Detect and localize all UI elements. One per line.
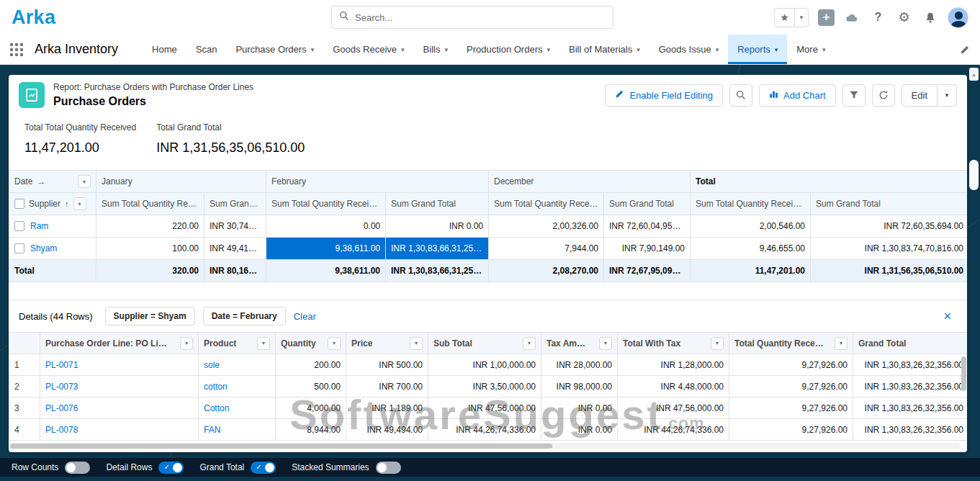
pivot-total-cell[interactable]: 11,47,201.00 [691, 260, 811, 282]
scroll-up-arrow-icon[interactable]: ▲ [969, 68, 979, 81]
chevron-down-icon[interactable]: ▾ [547, 46, 550, 53]
chevron-down-icon[interactable]: ▾ [775, 46, 778, 53]
column-header-total-with-tax[interactable]: Total With Tax▾ [618, 333, 729, 354]
column-header-sub-total[interactable]: Sub Total▾ [428, 333, 541, 354]
pivot-cell[interactable]: 220.00 [96, 215, 204, 238]
tab-reports[interactable]: Reports▾ [728, 35, 787, 64]
filter-chip-date[interactable]: Date = February [203, 307, 286, 325]
edit-dropdown-icon[interactable]: ▾ [938, 84, 957, 107]
pivot-cell[interactable]: INR 0.00 [386, 215, 489, 238]
search-report-button[interactable] [729, 84, 752, 107]
pivot-cell[interactable]: 100.00 [96, 238, 204, 260]
date-header-dropdown-icon[interactable]: ▾ [78, 175, 91, 188]
po-line-link[interactable]: PL-0078 [45, 425, 78, 435]
search-box[interactable] [331, 6, 613, 29]
pivot-cell[interactable]: INR 7,90,149.00 [604, 238, 691, 260]
pivot-total-cell[interactable]: 2,08,270.00 [489, 260, 604, 282]
tab-home[interactable]: Home [143, 35, 186, 64]
grand-total-toggle[interactable] [251, 462, 276, 474]
column-dropdown-icon[interactable]: ▾ [410, 337, 423, 350]
filter-chip-supplier[interactable]: Supplier = Shyam [105, 307, 195, 325]
po-line-link[interactable]: PL-0076 [45, 403, 78, 413]
details-horizontal-scrollbar[interactable] [9, 443, 960, 449]
tab-goods-issue[interactable]: Goods Issue▾ [649, 35, 729, 64]
setup-gear-icon[interactable]: ⚙ [896, 9, 912, 26]
select-all-checkbox[interactable] [14, 199, 24, 209]
column-header-product[interactable]: Product▾ [199, 333, 276, 354]
details-vertical-scrollbar[interactable] [961, 356, 966, 391]
date-column-header[interactable]: Date → ▾ [9, 171, 96, 193]
row-checkbox[interactable] [14, 221, 24, 231]
row-counts-toggle[interactable] [65, 462, 90, 474]
page-vertical-scrollbar[interactable] [969, 160, 979, 190]
pivot-total-cell[interactable]: INR 1,31,56,35,06,510.00 [811, 260, 967, 282]
pivot-cell[interactable]: 2,00,546.00 [691, 215, 811, 238]
detail-rows-toggle[interactable] [158, 462, 184, 474]
column-header-total-quantity-received[interactable]: Total Quantity Received▾ [729, 333, 853, 354]
cloud-upload-icon[interactable] [844, 9, 860, 26]
favorite-star-icon[interactable]: ★ [775, 9, 794, 27]
app-launcher-icon[interactable] [10, 43, 23, 56]
column-header-price[interactable]: Price▾ [346, 333, 428, 354]
edit-navigation-pencil-icon[interactable] [960, 35, 970, 64]
product-link[interactable]: Cotton [204, 403, 229, 413]
column-dropdown-icon[interactable]: ▾ [599, 337, 612, 350]
pivot-cell[interactable]: INR 72,60,04,950.00 [604, 215, 691, 238]
filter-button[interactable] [842, 84, 866, 107]
chevron-down-icon[interactable]: ▾ [311, 46, 315, 53]
pivot-cell[interactable]: 0.00 [266, 215, 386, 238]
supplier-column-header[interactable]: Supplier ↑ ▾ [9, 193, 96, 215]
refresh-button[interactable] [872, 84, 895, 107]
column-header-tax-amount[interactable]: Tax Amount▾ [541, 333, 618, 354]
stacked-summaries-toggle[interactable] [376, 462, 401, 474]
supplier-header-dropdown-icon[interactable]: ▾ [73, 197, 86, 210]
column-header-quantity[interactable]: Quantity▾ [276, 333, 346, 354]
pivot-total-cell[interactable]: INR 1,30,83,66,31,251.00 [386, 260, 489, 282]
column-header-po-line[interactable]: Purchase Order Line: PO Line No.▾ [40, 333, 199, 354]
tab-goods-receive[interactable]: Goods Receive▾ [323, 35, 413, 64]
clear-filters-link[interactable]: Clear [294, 311, 316, 322]
chevron-down-icon[interactable]: ▾ [716, 46, 719, 53]
notifications-bell-icon[interactable] [922, 9, 938, 26]
tab-bill-of-materials[interactable]: Bill of Materials▾ [559, 35, 649, 64]
pivot-total-cell[interactable]: INR 72,67,95,099.00 [604, 260, 691, 282]
tab-purchase-orders[interactable]: Purchase Orders▾ [226, 35, 323, 64]
column-dropdown-icon[interactable]: ▾ [180, 337, 193, 350]
pivot-total-cell[interactable]: INR 80,160.00 [204, 260, 266, 282]
product-link[interactable]: FAN [204, 425, 220, 435]
favorites-dropdown-icon[interactable]: ▾ [794, 9, 808, 27]
tab-scan[interactable]: Scan [186, 35, 227, 64]
pivot-cell-selected[interactable]: INR 1,30,83,66,31,251.00 [386, 238, 489, 260]
pivot-cell[interactable]: INR 1,30,83,74,70,816.00 [811, 238, 967, 260]
help-icon[interactable]: ? [870, 9, 886, 26]
row-checkbox[interactable] [14, 243, 24, 253]
pivot-cell[interactable]: 7,944.00 [489, 238, 604, 260]
column-header-grand-total[interactable]: Grand Total [853, 333, 968, 354]
enable-field-editing-button[interactable]: Enable Field Editing [605, 84, 723, 107]
column-dropdown-icon[interactable]: ▾ [835, 337, 848, 350]
po-line-link[interactable]: PL-0071 [45, 360, 78, 370]
quick-create-icon[interactable]: + [818, 9, 835, 26]
scrollbar-thumb[interactable] [10, 444, 552, 449]
add-chart-button[interactable]: Add Chart [759, 84, 836, 107]
close-details-icon[interactable]: × [943, 310, 956, 323]
po-line-link[interactable]: PL-0073 [45, 382, 78, 392]
pivot-cell[interactable]: INR 30,744.00 [204, 215, 266, 238]
chevron-down-icon[interactable]: ▾ [637, 46, 640, 53]
chevron-down-icon[interactable]: ▾ [401, 46, 405, 53]
supplier-link[interactable]: Ram [30, 221, 48, 231]
edit-button[interactable]: Edit [902, 84, 938, 107]
tab-production-orders[interactable]: Production Orders▾ [457, 35, 559, 64]
supplier-link[interactable]: Shyam [30, 243, 57, 253]
pivot-cell[interactable]: 2,00,326.00 [489, 215, 604, 238]
column-dropdown-icon[interactable]: ▾ [523, 337, 536, 350]
pivot-cell[interactable]: 9,46,655.00 [691, 238, 811, 260]
pivot-cell[interactable]: INR 49,416.00 [204, 238, 266, 260]
column-dropdown-icon[interactable]: ▾ [328, 337, 341, 350]
column-dropdown-icon[interactable]: ▾ [257, 337, 270, 350]
search-input[interactable] [355, 12, 606, 23]
product-link[interactable]: sole [204, 360, 220, 370]
user-avatar[interactable] [948, 7, 968, 28]
tab-more[interactable]: More▾ [787, 35, 835, 64]
column-dropdown-icon[interactable]: ▾ [711, 337, 724, 350]
